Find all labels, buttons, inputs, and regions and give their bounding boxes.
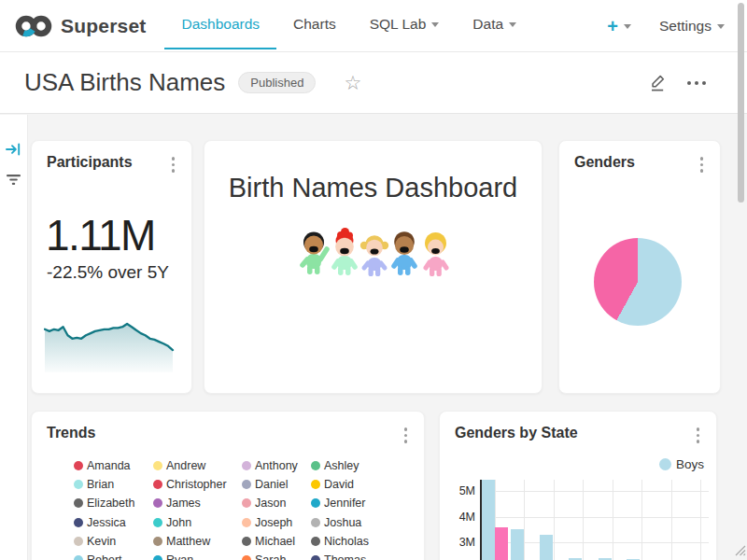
nav-item-label: Charts: [293, 16, 336, 33]
legend-label: Joseph: [255, 516, 292, 529]
new-menu-button[interactable]: +: [607, 17, 631, 35]
nav-item-data[interactable]: Data: [456, 0, 533, 49]
chart-title: Genders: [574, 154, 635, 171]
bar-girls[interactable]: [495, 527, 508, 560]
filter-funnel-icon[interactable]: [6, 171, 22, 188]
settings-menu[interactable]: Settings: [659, 18, 725, 35]
legend-dot-icon: [242, 480, 251, 489]
legend-label: Jessica: [87, 516, 126, 529]
legend-dot-icon: [74, 555, 83, 560]
legend-item-nicholas[interactable]: Nicholas: [311, 535, 395, 548]
legend-label: Matthew: [166, 535, 210, 548]
legend-item-jennifer[interactable]: Jennifer: [311, 497, 395, 510]
edit-pencil-icon[interactable]: [648, 73, 667, 92]
legend-item-christopher[interactable]: Christopher: [153, 478, 242, 491]
kebab-menu-icon[interactable]: [399, 425, 414, 446]
legend-label: Daniel: [255, 478, 288, 491]
legend-label: Christopher: [166, 478, 227, 491]
legend-label: Sarah: [255, 553, 286, 560]
nav-item-charts[interactable]: Charts: [276, 0, 353, 49]
legend-item-elizabeth[interactable]: Elizabeth: [74, 497, 153, 510]
legend-item-kevin[interactable]: Kevin: [74, 535, 153, 548]
legend-label: Jennifer: [324, 497, 365, 510]
legend-dot-icon: [311, 498, 320, 508]
legend-label: Elizabeth: [87, 497, 134, 510]
chevron-down-icon: [509, 22, 516, 27]
plus-icon: +: [607, 17, 618, 35]
page-title: USA Births Names: [24, 68, 225, 97]
status-badge[interactable]: Published: [238, 72, 316, 93]
legend-label: Kevin: [87, 535, 116, 548]
brand-name: Superset: [61, 15, 146, 37]
chart-title: Trends: [47, 425, 95, 441]
legend-item-anthony[interactable]: Anthony: [242, 459, 311, 472]
legend-label: Amanda: [87, 459, 131, 472]
legend-label: Robert: [87, 553, 122, 560]
chevron-down-icon: [717, 24, 725, 29]
legend-item-john[interactable]: John: [153, 516, 242, 529]
legend-item-daniel[interactable]: Daniel: [242, 478, 311, 491]
card-resize-handle-icon[interactable]: [733, 543, 747, 557]
legend-item-sarah[interactable]: Sarah: [242, 553, 311, 560]
bar-boys[interactable]: [511, 529, 524, 560]
nav-item-label: SQL Lab: [370, 16, 427, 33]
legend-dot-icon: [153, 461, 162, 470]
card-genders-by-state: Genders by State Boys 5M4M3M: [439, 411, 717, 560]
kebab-menu-icon[interactable]: [695, 154, 710, 175]
legend-dot-icon: [153, 518, 162, 527]
legend-dot-icon: [311, 461, 320, 470]
header-actions: [648, 73, 723, 92]
kebab-menu-icon[interactable]: [166, 154, 181, 175]
legend-label: Jason: [255, 497, 286, 510]
expand-filters-icon[interactable]: [6, 141, 22, 158]
legend-item-david[interactable]: David: [311, 478, 395, 491]
legend-dot-icon: [242, 498, 251, 508]
legend-dot-icon: [74, 537, 83, 546]
bar-boys[interactable]: [482, 480, 495, 560]
bar-boys[interactable]: [540, 535, 553, 560]
big-number-value: 1.11M: [46, 210, 155, 260]
legend-item-joseph[interactable]: Joseph: [242, 516, 311, 529]
legend-item-brian[interactable]: Brian: [74, 478, 153, 491]
legend-dot-icon: [74, 480, 83, 489]
nav-item-label: Dashboards: [181, 16, 260, 33]
legend-item-ryan[interactable]: Ryan: [153, 553, 242, 560]
chart-title: Participants: [47, 154, 133, 171]
legend-label: Nicholas: [324, 535, 369, 548]
legend-item-joshua[interactable]: Joshua: [311, 516, 395, 529]
legend-item-robert[interactable]: Robert: [74, 553, 153, 560]
legend-item-ashley[interactable]: Ashley: [311, 459, 395, 472]
top-navbar: Superset Dashboards Charts SQL Lab Data …: [0, 0, 747, 52]
nav-item-dashboards[interactable]: Dashboards: [164, 0, 276, 49]
superset-logo[interactable]: Superset: [0, 13, 155, 39]
card-genders: Genders: [558, 140, 721, 394]
legend-item-matthew[interactable]: Matthew: [153, 535, 242, 548]
nav-menu: Dashboards Charts SQL Lab Data: [164, 0, 533, 51]
legend-label: Brian: [87, 478, 114, 491]
scrollbar-thumb[interactable]: [738, 3, 744, 203]
legend-dot-icon: [311, 518, 320, 527]
superset-infinity-icon: [13, 13, 54, 39]
dashboard-header: USA Births Names Published ☆: [0, 52, 747, 114]
legend-label: Ryan: [166, 553, 193, 560]
chevron-down-icon: [624, 24, 631, 29]
trends-legend: AmandaAndrewAnthonyAshleyBrianChristophe…: [74, 456, 395, 560]
legend-item-jason[interactable]: Jason: [242, 497, 311, 510]
markdown-title: Birth Names Dashboard: [204, 173, 542, 203]
genders-pie-chart[interactable]: [594, 238, 682, 326]
legend-item-michael[interactable]: Michael: [242, 535, 311, 548]
more-actions-icon[interactable]: [684, 77, 710, 89]
legend-item-amanda[interactable]: Amanda: [74, 459, 153, 472]
chevron-down-icon: [431, 22, 439, 27]
genders-by-state-bar-chart[interactable]: 5M4M3M: [440, 412, 717, 560]
legend-item-andrew[interactable]: Andrew: [153, 459, 242, 472]
favorite-star-icon[interactable]: ☆: [344, 73, 361, 92]
legend-dot-icon: [74, 461, 83, 470]
card-markdown: Birth Names Dashboard: [204, 140, 543, 394]
legend-item-james[interactable]: James: [153, 497, 242, 510]
nav-item-sql-lab[interactable]: SQL Lab: [353, 0, 457, 49]
legend-item-thomas[interactable]: Thomas: [311, 553, 395, 560]
kids-illustration: [293, 223, 454, 281]
legend-dot-icon: [153, 498, 162, 508]
legend-item-jessica[interactable]: Jessica: [74, 516, 153, 529]
